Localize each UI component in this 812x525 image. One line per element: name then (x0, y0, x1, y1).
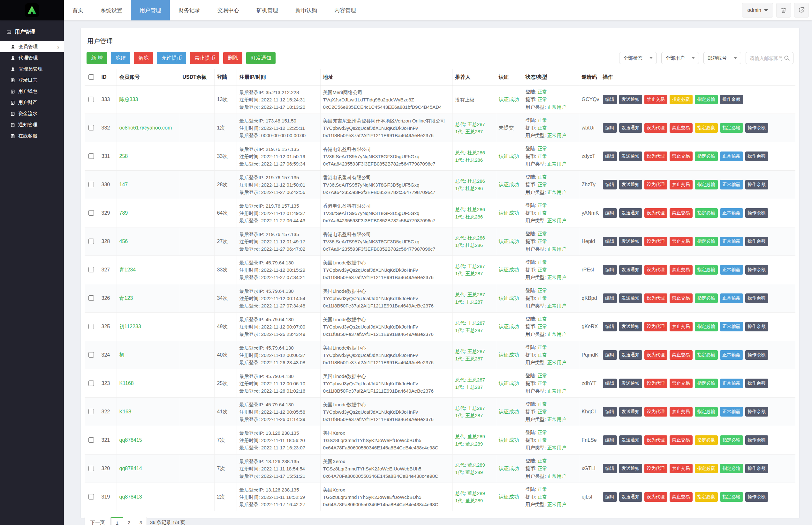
sidebar-item[interactable]: 会员管理› (0, 41, 64, 52)
op-button[interactable]: 发送通知 (619, 208, 642, 218)
op-button[interactable]: 指定必输 (695, 208, 718, 218)
search-icon[interactable] (784, 55, 790, 61)
member-account-link[interactable]: oc8ho617@yahoo.com (119, 125, 172, 131)
op-button[interactable]: 发送通知 (619, 464, 642, 473)
nav-tab[interactable]: 用户管理 (131, 0, 170, 20)
op-button[interactable]: 发送通知 (619, 435, 642, 445)
op-button[interactable]: 发送通知 (619, 151, 642, 161)
op-button[interactable]: 编辑 (603, 123, 617, 133)
row-checkbox[interactable] (88, 409, 94, 414)
op-button[interactable]: 指定必输 (720, 435, 743, 445)
toolbar-button[interactable]: 删除 (223, 52, 242, 64)
op-button[interactable]: 操作余额 (720, 95, 743, 104)
member-account-link[interactable]: K1168 (119, 380, 134, 386)
op-button[interactable]: 指定必输 (695, 151, 718, 161)
row-checkbox[interactable] (88, 437, 94, 443)
row-checkbox[interactable] (88, 239, 94, 244)
op-button[interactable]: 操作余额 (745, 379, 768, 388)
op-button[interactable]: 发送通知 (619, 322, 642, 331)
op-button[interactable]: 设为代理 (644, 151, 667, 161)
op-button[interactable]: 设为代理 (644, 180, 667, 190)
op-button[interactable]: 发送通知 (619, 237, 642, 246)
nav-tab[interactable]: 交易中心 (209, 0, 248, 20)
op-button[interactable]: 设为代理 (644, 208, 667, 218)
member-account-link[interactable]: 初 (119, 352, 125, 358)
op-button[interactable]: 禁止交易 (670, 208, 693, 218)
op-button[interactable]: 编辑 (603, 435, 617, 445)
member-account-link[interactable]: 初112233 (119, 324, 141, 329)
op-button[interactable]: 禁止交易 (670, 237, 693, 246)
member-account-link[interactable]: 青1234 (119, 267, 136, 272)
op-button[interactable]: 禁止交易 (670, 464, 693, 473)
op-button[interactable]: 编辑 (603, 180, 617, 190)
op-button[interactable]: 设为代理 (644, 350, 667, 360)
op-button[interactable]: 指定必赢 (695, 464, 718, 473)
select-all-checkbox[interactable] (88, 74, 94, 80)
row-checkbox[interactable] (88, 494, 94, 499)
op-button[interactable]: 编辑 (603, 265, 617, 275)
op-button[interactable]: 操作余额 (745, 180, 768, 190)
page-number-button[interactable]: 2 (123, 517, 135, 525)
row-checkbox[interactable] (88, 352, 94, 358)
op-button[interactable]: 编辑 (603, 95, 617, 104)
logout-button[interactable] (794, 3, 809, 17)
next-page-button[interactable]: 下一页 (85, 517, 111, 525)
member-account-link[interactable]: 青123 (119, 295, 133, 301)
op-button[interactable]: 指定必赢 (695, 123, 718, 133)
row-checkbox[interactable] (88, 295, 94, 301)
sidebar-item[interactable]: 在线客服 (0, 131, 64, 141)
op-button[interactable]: 指定必输 (695, 350, 718, 360)
page-number-button[interactable]: 1 (111, 517, 123, 525)
op-button[interactable]: 操作余额 (745, 492, 768, 502)
member-account-link[interactable]: 147 (119, 182, 128, 187)
toolbar-button[interactable]: 群发通知 (246, 52, 276, 64)
nav-tab[interactable]: 系统设置 (92, 0, 131, 20)
op-button[interactable]: 操作余额 (745, 322, 768, 331)
op-button[interactable]: 操作余额 (745, 464, 768, 473)
op-button[interactable]: 正常输赢 (720, 322, 743, 331)
op-button[interactable]: 操作余额 (745, 237, 768, 246)
op-button[interactable]: 禁止交易 (670, 407, 693, 417)
op-button[interactable]: 正常输赢 (720, 294, 743, 303)
toolbar-button[interactable]: 解冻 (134, 52, 153, 64)
toolbar-button[interactable]: 冻结 (111, 52, 130, 64)
op-button[interactable]: 禁止交易 (670, 350, 693, 360)
nav-tab[interactable]: 首页 (64, 0, 92, 20)
search-input[interactable] (749, 55, 784, 61)
op-button[interactable]: 禁止交易 (670, 435, 693, 445)
op-button[interactable]: 设为代理 (644, 492, 667, 502)
op-button[interactable]: 发送通知 (619, 350, 642, 360)
op-button[interactable]: 指定必输 (720, 492, 743, 502)
member-account-link[interactable]: 789 (119, 210, 128, 215)
op-button[interactable]: 禁止交易 (670, 151, 693, 161)
nav-tab[interactable]: 矿机管理 (248, 0, 287, 20)
op-button[interactable]: 正常输赢 (720, 350, 743, 360)
op-button[interactable]: 编辑 (603, 208, 617, 218)
op-button[interactable]: 发送通知 (619, 379, 642, 388)
op-button[interactable]: 指定必输 (695, 237, 718, 246)
row-checkbox[interactable] (88, 153, 94, 159)
member-account-link[interactable]: qq878415 (119, 437, 142, 443)
op-button[interactable]: 设为代理 (644, 294, 667, 303)
sidebar-item[interactable]: 资金流水 (0, 108, 64, 119)
row-checkbox[interactable] (88, 267, 94, 272)
op-button[interactable]: 发送通知 (619, 95, 642, 104)
nav-tab[interactable]: 财务记录 (170, 0, 209, 20)
row-checkbox[interactable] (88, 324, 94, 329)
nav-tab[interactable]: 新币认购 (287, 0, 326, 20)
op-button[interactable]: 设为代理 (644, 435, 667, 445)
row-checkbox[interactable] (88, 125, 94, 131)
op-button[interactable]: 指定必输 (695, 322, 718, 331)
op-button[interactable]: 指定必输 (695, 407, 718, 417)
member-account-link[interactable]: qq878413 (119, 494, 142, 499)
op-button[interactable]: 发送通知 (619, 407, 642, 417)
trash-button[interactable] (776, 3, 791, 17)
op-button[interactable]: 设为代理 (644, 407, 667, 417)
member-account-link[interactable]: K168 (119, 409, 131, 414)
op-button[interactable]: 操作余额 (745, 407, 768, 417)
admin-dropdown[interactable]: admin (742, 3, 773, 17)
row-checkbox[interactable] (88, 466, 94, 471)
op-button[interactable]: 设为代理 (644, 237, 667, 246)
sidebar-item[interactable]: 登录日志 (0, 75, 64, 86)
filter-select[interactable]: 全部用户 (661, 52, 699, 64)
